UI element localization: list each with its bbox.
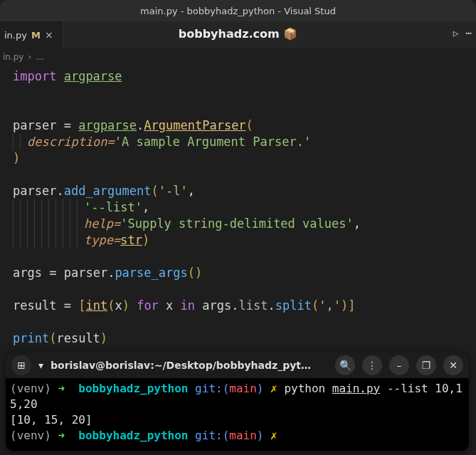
search-icon[interactable]: 🔍 bbox=[335, 355, 355, 375]
chevron-right-icon: › bbox=[28, 52, 31, 62]
terminal-body[interactable]: (venv) ➜ bobbyhadz_python git:(main) ✗ p… bbox=[6, 378, 469, 448]
center-caption: bobbyhadz.com 📦 bbox=[0, 27, 476, 41]
code-line bbox=[13, 101, 476, 117]
modified-indicator: M bbox=[31, 30, 41, 41]
tab-main-py[interactable]: in.py M × bbox=[0, 21, 61, 48]
maximize-icon[interactable]: ❐ bbox=[416, 355, 436, 375]
terminal-output: [10, 15, 20] bbox=[10, 413, 92, 427]
window-titlebar: main.py - bobbyhadz_python - Visual Stud bbox=[0, 0, 476, 21]
menu-icon[interactable]: ⋮ bbox=[362, 355, 382, 375]
code-line: import argparse bbox=[13, 68, 476, 85]
code-line: parser.add_argument('-l', bbox=[13, 183, 476, 199]
code-line: description='A sample Argument Parser.' bbox=[13, 134, 476, 150]
code-line bbox=[13, 85, 476, 101]
close-icon[interactable]: ✕ bbox=[443, 355, 463, 375]
code-line: type=str) bbox=[13, 232, 476, 249]
code-line: args = parser.parse_args() bbox=[13, 265, 476, 281]
breadcrumb-dots: … bbox=[36, 52, 44, 62]
new-tab-icon[interactable]: ⊞ bbox=[11, 355, 31, 375]
terminal-titlebar: ⊞ ▾ borislav@borislav:~/Desktop/bobbyhad… bbox=[6, 352, 469, 378]
code-line: '--list', bbox=[13, 199, 476, 216]
code-editor[interactable]: import argparse parser = argparse.Argume… bbox=[0, 66, 476, 354]
minimize-icon[interactable]: – bbox=[389, 355, 409, 375]
more-icon[interactable]: ⋯ bbox=[466, 27, 472, 38]
tab-label: in.py bbox=[4, 30, 27, 41]
code-line: ) bbox=[13, 150, 476, 167]
run-icon[interactable]: ▷ bbox=[453, 28, 459, 38]
tab-bar: in.py M × bobbyhadz.com 📦 ▷ ⋯ bbox=[0, 21, 476, 48]
code-line: result = [int(x) for x in args.list.spli… bbox=[13, 298, 476, 314]
code-line: print(result) bbox=[13, 330, 476, 347]
code-line bbox=[13, 167, 476, 183]
close-icon[interactable]: × bbox=[45, 29, 53, 41]
chevron-down-icon[interactable]: ▾ bbox=[38, 360, 43, 371]
terminal-panel[interactable]: ⊞ ▾ borislav@borislav:~/Desktop/bobbyhad… bbox=[6, 352, 469, 451]
breadcrumb[interactable]: in.py › … bbox=[0, 48, 476, 66]
code-line bbox=[13, 314, 476, 330]
window-title: main.py - bobbyhadz_python - Visual Stud bbox=[140, 6, 336, 16]
code-line bbox=[13, 249, 476, 265]
terminal-title: borislav@borislav:~/Desktop/bobbyhadz_py… bbox=[51, 360, 328, 371]
code-line: parser = argparse.ArgumentParser( bbox=[13, 117, 476, 134]
code-line: help='Supply string-delimited values', bbox=[13, 216, 476, 232]
breadcrumb-file: in.py bbox=[3, 52, 23, 62]
code-line bbox=[13, 281, 476, 298]
